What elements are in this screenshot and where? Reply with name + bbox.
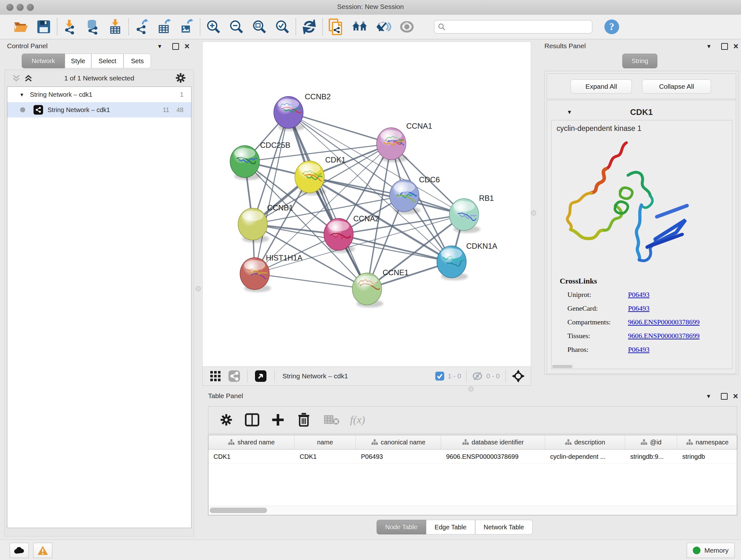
close-panel-icon[interactable]: × [185,44,190,49]
node-cdk1[interactable]: CDK1 [295,155,346,195]
column-header-namespace[interactable]: namespace [677,435,738,449]
maximize-panel-icon[interactable] [721,43,728,50]
tab-string[interactable]: String [622,54,657,68]
network-row[interactable]: String Network – cdk1 11 48 [7,102,191,118]
column-header-name[interactable]: name [294,435,356,449]
crosslink-label: Compartments: [560,318,628,326]
zoom-in-icon[interactable] [205,19,221,35]
table-body: CDK1CDK1P064939606.ENSP00000378699cyclin… [208,449,737,464]
clone-network-icon[interactable] [328,19,344,35]
import-network-from-database-icon[interactable] [85,19,101,35]
export-image-icon[interactable] [179,19,195,35]
protein-name: CDK1 [547,107,736,117]
column-header-@id[interactable]: @id [625,435,677,449]
table-cell[interactable]: CDK1 [208,449,294,463]
add-column-icon[interactable] [271,413,285,427]
float-panel-icon[interactable]: ▼ [157,44,162,50]
node-rb1[interactable]: RB1 [449,194,494,233]
protein-description: cyclin-dependent kinase 1 [551,120,732,133]
table-cell[interactable]: stringdb [677,449,738,463]
search-input[interactable] [434,20,592,34]
selected-checkbox-icon[interactable] [435,371,445,381]
crosslink-link[interactable]: P06493 [628,346,650,354]
network-edge-count: 48 [177,106,184,114]
tab-sets[interactable]: Sets [124,54,151,68]
float-panel-icon[interactable]: ▼ [706,393,711,400]
column-header-canonical-name[interactable]: canonical name [356,435,441,449]
network-collection-row[interactable]: ▼ String Network – cdk1 1 [7,87,191,102]
shared-column-icon [565,439,572,445]
right-splitter-handle[interactable] [531,210,536,215]
birdseye-grid-icon[interactable] [210,370,221,382]
node-ccna2[interactable]: CCNA2 [324,214,379,253]
tab-edge-table[interactable]: Edge Table [426,520,475,535]
column-header-description[interactable]: description [545,435,625,449]
save-session-icon[interactable] [36,19,52,35]
zoom-fit-icon[interactable] [252,19,267,35]
table-header-row[interactable]: shared namenamecanonical namedatabase id… [208,435,737,449]
collapse-all-button[interactable]: Collapse All [642,79,711,94]
refresh-icon[interactable] [301,19,317,35]
node-ccna1[interactable]: CCNA1 [377,122,432,162]
tab-select[interactable]: Select [91,54,124,68]
node-hist1h1a[interactable]: HIST1H1A [240,253,302,292]
node-cdkn1a[interactable]: CDKN1A [437,242,497,280]
warning-status-button[interactable] [33,543,52,558]
table-hscrollbar[interactable] [208,506,737,515]
float-panel-icon[interactable]: ▼ [706,44,712,50]
left-splitter-handle[interactable] [196,286,201,291]
table-cell[interactable]: stringdb:9... [625,449,677,463]
string-network-graph[interactable]: CCNB2CCNA1CDC25BCDK1CDC6RB1CCNB1CCNA2CDK… [203,42,531,367]
memory-button[interactable]: Memory [687,543,735,558]
tab-style[interactable]: Style [65,54,91,68]
crosslink-link[interactable]: 9606.ENSP00000378699 [628,318,699,326]
import-table-icon[interactable] [107,19,123,35]
column-header-shared-name[interactable]: shared name [208,435,294,449]
crosslink-link[interactable]: 9606.ENSP00000378699 [628,332,699,340]
table-cell[interactable]: cyclin-dependent ... [545,449,625,463]
open-session-icon[interactable] [13,19,29,35]
fit-selected-crosshair-icon[interactable] [512,369,525,383]
show-columns-icon[interactable] [245,413,259,427]
network-options-gear-icon[interactable] [175,72,186,83]
network-share-icon[interactable] [228,370,240,382]
hide-selected-icon[interactable] [375,19,391,35]
table-cell[interactable]: P06493 [356,449,441,463]
delete-column-icon[interactable] [297,413,311,427]
export-network-icon[interactable] [134,19,150,35]
node-ccnb1[interactable]: CCNB1 [238,203,293,243]
zoom-out-icon[interactable] [228,19,245,35]
tab-network[interactable]: Network [22,54,65,68]
node-ccnb2[interactable]: CCNB2 [274,92,331,131]
cloud-status-button[interactable] [10,543,29,558]
maximize-panel-icon[interactable] [721,393,728,400]
show-all-icon[interactable] [399,19,415,35]
network-canvas[interactable]: CCNB2CCNA1CDC25BCDK1CDC6RB1CCNB1CCNA2CDK… [202,42,531,367]
table-cell[interactable]: CDK1 [294,449,356,463]
help-icon[interactable]: ? [604,19,620,35]
node-cdc6[interactable]: CDC6 [390,175,440,214]
expand-all-button[interactable]: Expand All [570,79,632,94]
main-toolbar: ? [0,15,741,39]
close-panel-icon[interactable]: × [733,394,738,399]
selected-counts: 1 - 0 [448,372,461,380]
column-header-database-identifier[interactable]: database identifier [441,435,545,449]
table-settings-gear-icon[interactable] [220,414,232,426]
zoom-selected-icon[interactable] [274,19,290,35]
export-view-icon[interactable] [255,370,267,382]
first-neighbors-icon[interactable] [352,19,367,35]
import-network-icon[interactable] [63,19,78,35]
export-table-icon[interactable] [156,19,172,35]
tab-network-table[interactable]: Network Table [475,520,533,535]
results-hscroll-thumb[interactable] [552,365,572,368]
crosslink-link[interactable]: P06493 [628,291,650,299]
maximize-panel-icon[interactable] [172,43,179,50]
tab-node-table[interactable]: Node Table [377,520,426,535]
hidden-eye-icon[interactable] [472,371,483,381]
collection-expand-icon[interactable]: ▼ [19,92,24,98]
table-row[interactable]: CDK1CDK1P064939606.ENSP00000378699cyclin… [208,449,737,464]
crosslink-link[interactable]: P06493 [628,304,650,313]
table-hscroll-thumb[interactable] [210,508,267,513]
table-cell[interactable]: 9606.ENSP00000378699 [441,449,545,463]
close-panel-icon[interactable]: × [733,44,738,49]
